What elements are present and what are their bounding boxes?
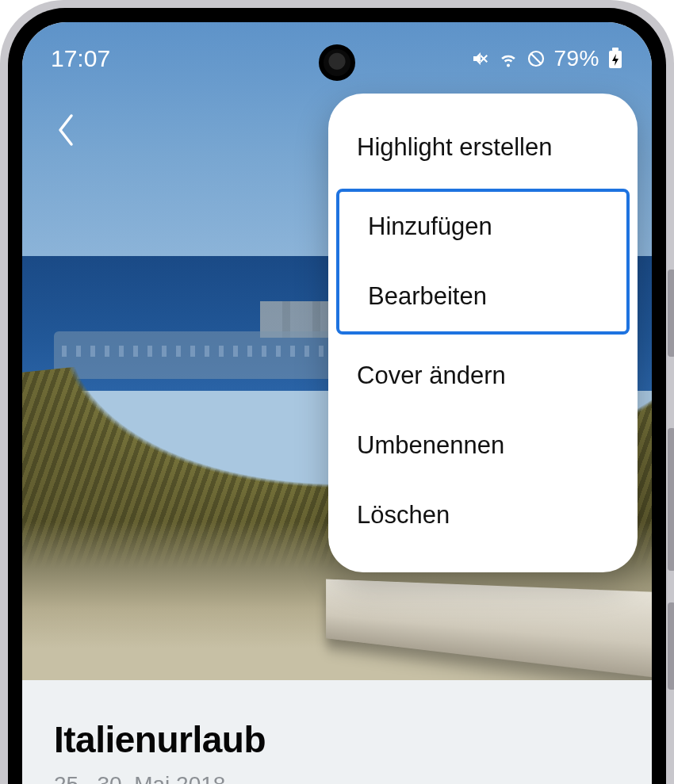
battery-percent: 79% [553, 46, 599, 71]
hardware-button-power [668, 602, 674, 690]
hardware-button-volume-down [668, 428, 674, 571]
screen: 17:07 79% Highlight erstellen H [22, 22, 652, 784]
hardware-button-volume-up [668, 270, 674, 357]
album-info-panel: Italienurlaub 25.–30. Mai 2018 [22, 680, 652, 784]
svg-line-1 [531, 54, 542, 64]
album-date-range: 25.–30. Mai 2018 [54, 772, 620, 784]
back-button[interactable] [48, 111, 86, 149]
menu-item-rename[interactable]: Umbenennen [328, 411, 638, 480]
menu-item-delete[interactable]: Löschen [328, 480, 638, 550]
phone-frame: 17:07 79% Highlight erstellen H [8, 8, 666, 784]
battery-charging-icon [607, 48, 623, 70]
statusbar-clock: 17:07 [51, 45, 110, 72]
menu-item-create-highlight[interactable]: Highlight erstellen [328, 113, 638, 182]
album-title: Italienurlaub [54, 718, 620, 761]
do-not-disturb-icon [527, 49, 546, 68]
statusbar-icons: 79% [471, 46, 623, 71]
menu-item-edit[interactable]: Bearbeiten [339, 262, 626, 331]
phone-outer-shell: 17:07 79% Highlight erstellen H [0, 0, 674, 784]
mute-icon [471, 49, 490, 68]
svg-rect-3 [612, 48, 618, 51]
menu-item-change-cover[interactable]: Cover ändern [328, 341, 638, 411]
menu-highlighted-group: Hinzufügen Bearbeiten [336, 189, 630, 335]
chevron-left-icon [56, 113, 78, 147]
front-camera-punch-hole [319, 44, 355, 81]
wifi-icon [498, 49, 519, 68]
overflow-menu: Highlight erstellen Hinzufügen Bearbeite… [328, 94, 638, 572]
menu-item-add[interactable]: Hinzufügen [339, 192, 626, 262]
